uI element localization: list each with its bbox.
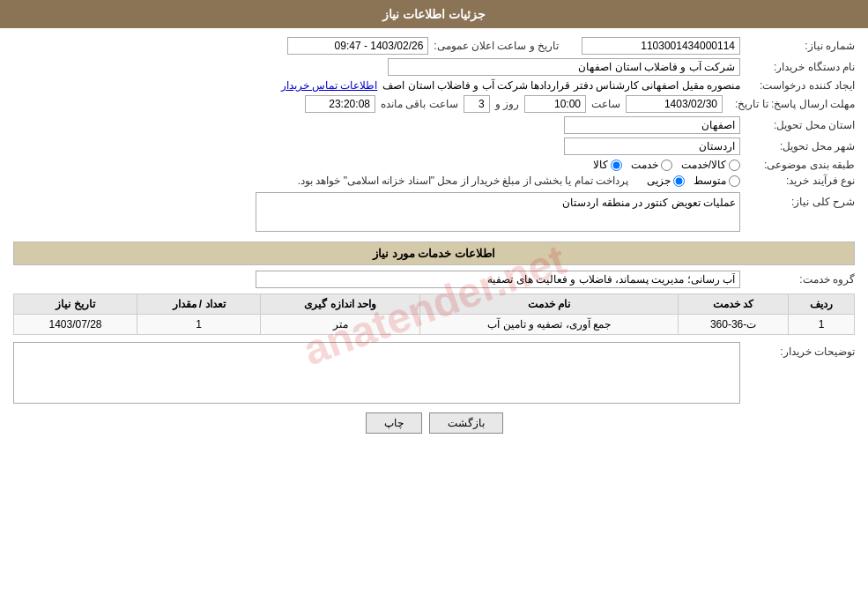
- radio-motavasset-label: متوسط: [694, 175, 726, 187]
- radio-khedmat-input[interactable]: [661, 160, 672, 171]
- need-number-input[interactable]: [582, 37, 740, 55]
- need-desc-label: شرح کلی نیاز:: [740, 192, 855, 208]
- need-number-value: تاریخ و ساعت اعلان عمومی:: [13, 37, 740, 55]
- remaining-time-input[interactable]: [305, 95, 375, 113]
- send-time-input[interactable]: [524, 95, 586, 113]
- service-group-label: گروه خدمت:: [740, 273, 855, 286]
- buyer-org-label: نام دستگاه خریدار:: [740, 61, 855, 73]
- category-options: کالا/خدمت خدمت کالا: [13, 159, 740, 171]
- row-buyer-notes: توضیحات خریدار:: [13, 342, 855, 404]
- radio-kala-input[interactable]: [611, 160, 622, 171]
- page-title: جزئیات اطلاعات نیاز: [382, 7, 486, 21]
- buyer-notes-textarea[interactable]: [13, 342, 740, 404]
- cell-service_code: ت-36-360: [678, 315, 788, 335]
- cell-unit: متر: [260, 315, 419, 335]
- province-label: استان محل تحویل:: [740, 119, 855, 131]
- radio-jozii[interactable]: جزیی: [647, 175, 685, 187]
- send-deadline-label: مهلت ارسال پاسخ: تا تاریخ:: [723, 98, 855, 110]
- col-row-num: ردیف: [789, 294, 855, 315]
- cell-row_num: 1: [789, 315, 855, 335]
- radio-khedmat[interactable]: خدمت: [631, 159, 672, 171]
- col-date: تاریخ نیاز: [14, 294, 137, 315]
- bottom-buttons: بازگشت چاپ: [13, 412, 855, 434]
- province-value: [13, 116, 740, 134]
- send-date-input[interactable]: [626, 95, 723, 113]
- city-input[interactable]: [564, 137, 740, 155]
- page-header: جزئیات اطلاعات نیاز: [0, 0, 868, 28]
- radio-jozii-label: جزیی: [647, 175, 671, 187]
- send-deadline-value: ساعت روز و ساعت باقی مانده: [13, 95, 723, 113]
- row-purchase-type: نوع فرآیند خرید: متوسط جزیی پرداخت تمام …: [13, 175, 855, 187]
- services-table: ردیف کد خدمت نام خدمت واحد اندازه گیری ت…: [13, 293, 855, 335]
- col-quantity: تعداد / مقدار: [137, 294, 261, 315]
- cell-service_name: جمع آوری، تصفیه و تامین آب: [420, 315, 679, 335]
- cell-quantity: 1: [137, 315, 261, 335]
- radio-jozii-input[interactable]: [673, 175, 685, 187]
- purchase-type-label: نوع فرآیند خرید:: [740, 175, 855, 187]
- cell-date: 1403/07/28: [14, 315, 137, 335]
- back-button[interactable]: بازگشت: [429, 412, 503, 434]
- print-button[interactable]: چاپ: [366, 412, 422, 434]
- col-unit: واحد اندازه گیری: [260, 294, 419, 315]
- remaining-label: ساعت باقی مانده: [381, 98, 458, 110]
- city-value: [13, 137, 740, 155]
- creator-link[interactable]: اطلاعات تماس خریدار: [281, 79, 378, 92]
- radio-kala-label: کالا: [593, 159, 608, 171]
- purchase-type-options: متوسط جزیی پرداخت تمام یا بخشی از مبلغ خ…: [13, 175, 740, 187]
- main-content: شماره نیاز: تاریخ و ساعت اعلان عمومی: نا…: [0, 28, 868, 451]
- page-container: جزئیات اطلاعات نیاز anatender.net شماره …: [0, 0, 868, 609]
- row-province: استان محل تحویل:: [13, 116, 855, 134]
- row-need-desc: شرح کلی نیاز: عملیات تعویض کنتور در منطق…: [13, 192, 855, 234]
- radio-khedmat-label: خدمت: [631, 159, 658, 171]
- days-label: روز و: [495, 98, 519, 110]
- row-creator: ایجاد کننده درخواست: منصوره مقیل اصفهانی…: [13, 79, 855, 92]
- col-service-code: کد خدمت: [678, 294, 788, 315]
- row-category: طبقه بندی موضوعی: کالا/خدمت خدمت کالا: [13, 159, 855, 171]
- col-service-name: نام خدمت: [420, 294, 679, 315]
- row-service-group: گروه خدمت:: [13, 271, 855, 288]
- radio-kala-khedmat[interactable]: کالا/خدمت: [681, 159, 740, 171]
- services-section-title: اطلاعات خدمات مورد نیاز: [13, 241, 855, 265]
- radio-kala[interactable]: کالا: [593, 159, 622, 171]
- announce-datetime-input[interactable]: [287, 37, 428, 55]
- buyer-notes-label: توضیحات خریدار:: [740, 342, 855, 358]
- row-need-number: شماره نیاز: تاریخ و ساعت اعلان عمومی:: [13, 37, 855, 55]
- days-input[interactable]: [464, 95, 490, 113]
- row-send-deadline: مهلت ارسال پاسخ: تا تاریخ: ساعت روز و سا…: [13, 95, 855, 113]
- buyer-org-input[interactable]: [388, 58, 740, 76]
- city-label: شهر محل تحویل:: [740, 140, 855, 152]
- need-number-label: شماره نیاز:: [740, 40, 855, 52]
- radio-kala-khedmat-label: کالا/خدمت: [681, 159, 726, 171]
- radio-kala-khedmat-input[interactable]: [729, 160, 740, 171]
- announce-datetime-label: تاریخ و ساعت اعلان عمومی:: [434, 40, 559, 52]
- radio-motavasset[interactable]: متوسط: [694, 175, 740, 187]
- creator-label: ایجاد کننده درخواست:: [740, 79, 855, 92]
- radio-motavasset-input[interactable]: [729, 175, 740, 187]
- need-desc-value: عملیات تعویض کنتور در منطقه اردستان: [13, 192, 740, 234]
- category-label: طبقه بندی موضوعی:: [740, 159, 855, 171]
- buyer-org-value: [13, 58, 740, 76]
- row-buyer-org: نام دستگاه خریدار:: [13, 58, 855, 76]
- send-time-label: ساعت: [591, 98, 620, 110]
- service-group-value: [13, 271, 740, 288]
- table-row: 1ت-36-360جمع آوری، تصفیه و تامین آبمتر11…: [14, 315, 855, 335]
- province-input[interactable]: [564, 116, 740, 134]
- need-desc-textarea[interactable]: عملیات تعویض کنتور در منطقه اردستان: [256, 192, 740, 232]
- row-city: شهر محل تحویل:: [13, 137, 855, 155]
- creator-value: منصوره مقیل اصفهانی کارشناس دفتر قرارداد…: [13, 79, 740, 92]
- purchase-note: پرداخت تمام یا بخشی از مبلغ خریدار از مح…: [298, 175, 628, 187]
- service-group-input[interactable]: [256, 271, 740, 288]
- creator-text: منصوره مقیل اصفهانی کارشناس دفتر قرارداد…: [382, 79, 740, 92]
